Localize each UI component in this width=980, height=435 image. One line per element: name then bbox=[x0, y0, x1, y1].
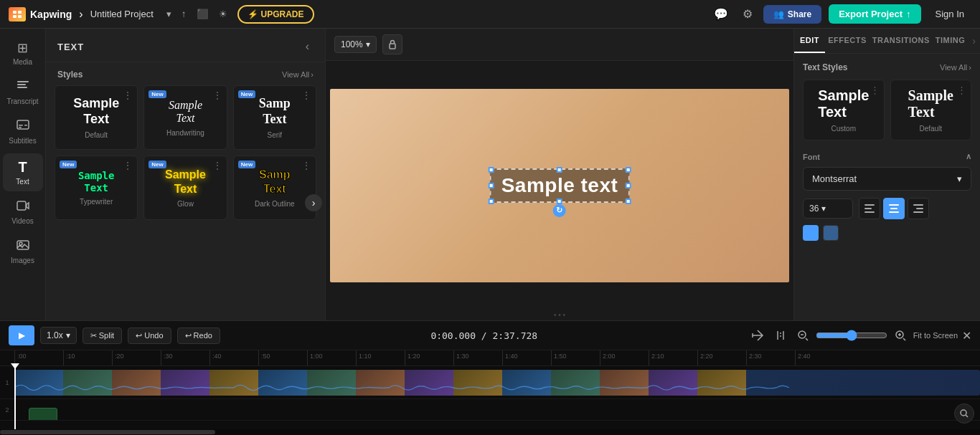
sidebar-item-text[interactable]: T Text bbox=[3, 153, 43, 191]
speed-selector[interactable]: 1.0x ▾ bbox=[40, 327, 77, 344]
tab-timing[interactable]: TIMING bbox=[933, 29, 969, 53]
style-card-handwriting[interactable]: New ⋮ SampleText Handwriting bbox=[143, 85, 227, 150]
zoom-slider[interactable] bbox=[816, 330, 887, 341]
style-card-glow[interactable]: New ⋮ SampleText Glow bbox=[143, 156, 227, 220]
resize-handle-tl[interactable] bbox=[489, 167, 494, 173]
text-style-custom-more[interactable]: ⋮ bbox=[870, 85, 880, 95]
redo-button[interactable]: ↩ Redo bbox=[177, 328, 220, 344]
text-track-item[interactable] bbox=[29, 408, 57, 420]
text-style-custom[interactable]: ⋮ SampleText Custom bbox=[803, 80, 885, 140]
resize-handle-tm[interactable] bbox=[557, 167, 562, 173]
text-style-default[interactable]: ⋮ SampleText Default bbox=[890, 80, 972, 140]
timeline-drag-handle[interactable]: • • • bbox=[326, 310, 793, 320]
track-content-1[interactable] bbox=[14, 366, 980, 398]
style-card-label-dark-outline: Dark Outline bbox=[255, 200, 295, 208]
style-grid-next-arrow[interactable]: › bbox=[305, 194, 322, 211]
close-timeline-button[interactable]: ✕ bbox=[962, 329, 971, 343]
style-card-more-handwriting[interactable]: ⋮ bbox=[212, 90, 222, 100]
svg-rect-5 bbox=[17, 84, 26, 85]
undo-button[interactable]: ↩ Undo bbox=[128, 328, 171, 344]
style-card-label-typewriter: Typewriter bbox=[80, 198, 113, 206]
zoom-selector[interactable]: 100% ▾ bbox=[334, 36, 377, 53]
right-panel-expand-btn[interactable]: › bbox=[968, 29, 980, 53]
settings-button[interactable]: ⚙ bbox=[739, 4, 756, 24]
resize-handle-bl[interactable] bbox=[489, 199, 494, 204]
style-card-serif[interactable]: New ⋮ SampText Serif bbox=[233, 85, 316, 150]
style-card-more-default[interactable]: ⋮ bbox=[123, 90, 133, 100]
text-styles-view-all[interactable]: View All › bbox=[940, 63, 971, 72]
video-track[interactable] bbox=[14, 370, 980, 396]
view-all-link[interactable]: View All › bbox=[282, 70, 314, 79]
style-card-dark-outline[interactable]: New ⋮ SampText Dark Outline bbox=[233, 156, 316, 220]
dropdown-arrow-btn[interactable]: ▾ bbox=[164, 6, 174, 22]
comment-button[interactable]: 💬 bbox=[710, 4, 732, 24]
text-style-default-label: Default bbox=[919, 125, 942, 133]
style-card-more-typewriter[interactable]: ⋮ bbox=[123, 161, 133, 171]
sidebar-item-transcript[interactable]: Transcript bbox=[3, 75, 43, 111]
brightness-btn[interactable]: ☀ bbox=[216, 6, 230, 22]
aspect-ratio-lock-button[interactable] bbox=[382, 34, 402, 54]
split-button[interactable]: ✂ Split bbox=[83, 328, 122, 344]
share-button[interactable]: 👥 Share bbox=[763, 5, 821, 24]
resize-handle-bm[interactable] bbox=[557, 199, 562, 204]
svg-rect-9 bbox=[24, 125, 27, 126]
tab-transitions[interactable]: TRANSITIONS bbox=[870, 29, 933, 53]
timeline-scrollbar[interactable] bbox=[0, 429, 980, 435]
project-name[interactable]: Untitled Project bbox=[90, 9, 154, 19]
font-section-collapse[interactable]: ∧ bbox=[966, 152, 971, 161]
new-badge-serif: New bbox=[238, 90, 255, 98]
playhead[interactable] bbox=[14, 366, 16, 429]
share-export-btn[interactable]: ↑ bbox=[179, 6, 189, 22]
scrollbar-thumb[interactable] bbox=[0, 430, 215, 434]
style-card-typewriter[interactable]: New ⋮ SampleText Typewriter bbox=[55, 156, 138, 220]
new-badge-dark-outline: New bbox=[238, 161, 255, 168]
desktop-preview-btn[interactable]: ⬛ bbox=[194, 6, 212, 22]
style-card-more-serif[interactable]: ⋮ bbox=[301, 90, 311, 100]
export-icon: ↑ bbox=[906, 9, 911, 19]
snap-to-grid-btn[interactable] bbox=[771, 327, 790, 344]
tab-effects[interactable]: EFFECTS bbox=[825, 29, 870, 53]
timeline-search-button[interactable] bbox=[954, 403, 974, 424]
ruler-mark-16: 2:40 bbox=[795, 350, 844, 365]
sidebar-item-media[interactable]: ⊞ Media bbox=[3, 34, 43, 72]
resize-handle-br[interactable] bbox=[625, 199, 631, 204]
track-label-1: 1 bbox=[0, 379, 14, 386]
zoom-in-btn[interactable] bbox=[892, 327, 909, 344]
ripple-edit-btn[interactable] bbox=[748, 327, 767, 344]
font-selector[interactable]: Montserrat ▾ bbox=[803, 167, 971, 191]
style-card-more-glow[interactable]: ⋮ bbox=[212, 161, 222, 171]
style-card-more-dark-outline[interactable]: ⋮ bbox=[301, 161, 311, 171]
align-center-button[interactable] bbox=[883, 198, 905, 219]
sidebar-item-videos[interactable]: Videos bbox=[3, 194, 43, 231]
align-right-button[interactable] bbox=[908, 198, 929, 219]
sidebar-item-subtitles[interactable]: Subtitles bbox=[3, 114, 43, 150]
resize-handle-ml[interactable] bbox=[489, 183, 494, 188]
color-swatch-blue[interactable] bbox=[803, 225, 819, 241]
track-content-2[interactable] bbox=[14, 399, 980, 420]
play-button[interactable]: ▶ bbox=[9, 325, 34, 345]
export-button[interactable]: Export Project ↑ bbox=[829, 4, 920, 24]
style-card-default[interactable]: ⋮ SampleText Default bbox=[55, 85, 138, 150]
text-rotate-handle[interactable]: ↻ bbox=[553, 204, 566, 217]
resize-handle-tr[interactable] bbox=[625, 167, 631, 173]
zoom-out-btn[interactable] bbox=[794, 327, 811, 344]
text-style-default-more[interactable]: ⋮ bbox=[957, 85, 966, 95]
svg-rect-0 bbox=[13, 11, 17, 14]
color-swatch-secondary[interactable] bbox=[823, 225, 839, 241]
text-element[interactable]: Sample text ↻ bbox=[490, 168, 630, 203]
resize-handle-mr[interactable] bbox=[625, 183, 631, 188]
export-label: Export Project bbox=[839, 9, 903, 19]
signin-button[interactable]: Sign In bbox=[928, 4, 971, 24]
font-size-selector[interactable]: 36 ▾ bbox=[803, 199, 853, 219]
videos-icon bbox=[17, 200, 29, 215]
canvas[interactable]: Sample text ↻ bbox=[330, 89, 789, 282]
panel-collapse-button[interactable]: ‹ bbox=[301, 39, 314, 54]
fit-to-screen-button[interactable]: Fit to Screen bbox=[913, 331, 958, 340]
align-left-button[interactable] bbox=[859, 198, 880, 219]
svg-rect-1 bbox=[18, 11, 22, 14]
tab-edit[interactable]: EDIT bbox=[794, 29, 825, 53]
upgrade-button[interactable]: ⚡ UPGRADE bbox=[237, 5, 314, 24]
canvas-wrapper[interactable]: Sample text ↻ bbox=[326, 61, 793, 310]
sidebar-item-images[interactable]: Images bbox=[3, 234, 43, 270]
text-style-custom-label: Custom bbox=[831, 125, 856, 133]
